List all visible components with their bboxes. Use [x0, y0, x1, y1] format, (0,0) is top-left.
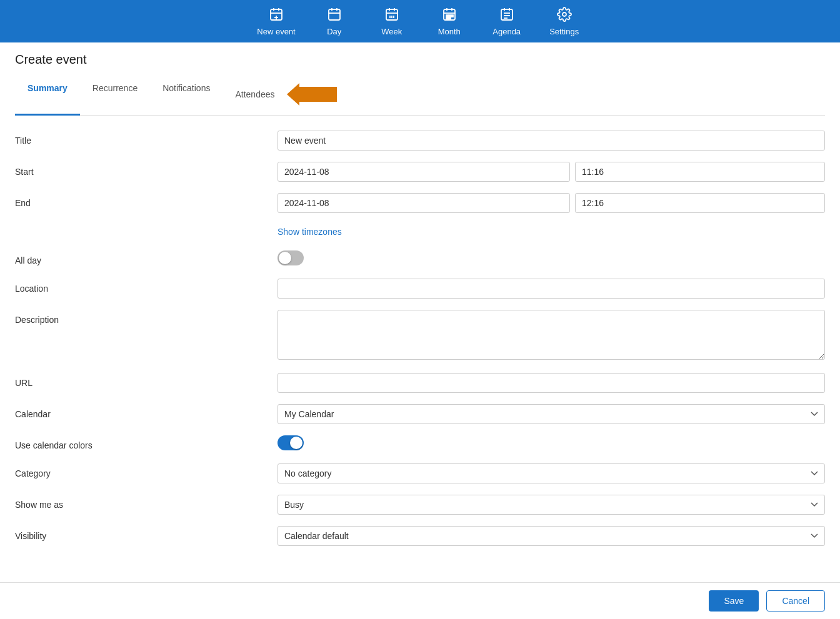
- show-me-as-field: Busy Free: [278, 495, 825, 515]
- category-field: No category Work Personal: [278, 463, 825, 483]
- visibility-label: Visibility: [15, 526, 278, 541]
- svg-rect-24: [446, 17, 448, 19]
- tab-attendees[interactable]: Attendees: [222, 77, 349, 116]
- category-row: Category No category Work Personal: [15, 463, 825, 483]
- category-select[interactable]: No category Work Personal: [278, 463, 825, 483]
- settings-icon: [557, 7, 572, 24]
- save-button[interactable]: Save: [709, 590, 759, 612]
- url-label: URL: [15, 373, 278, 388]
- nav-month[interactable]: Month: [431, 7, 468, 36]
- description-field: [278, 310, 825, 362]
- nav-agenda-label: Agenda: [492, 27, 521, 36]
- tab-bar: Summary Recurrence Notifications Attende…: [15, 77, 825, 116]
- all-day-toggle[interactable]: [278, 250, 304, 265]
- week-icon: [384, 7, 399, 24]
- calendar-row: Calendar My Calendar Other Calendar: [15, 404, 825, 424]
- end-time-input[interactable]: [575, 193, 825, 213]
- all-day-thumb: [279, 252, 291, 264]
- svg-rect-6: [329, 9, 340, 20]
- svg-rect-23: [451, 15, 453, 17]
- all-day-field: [278, 250, 825, 267]
- topbar: New event Day Week: [0, 0, 840, 42]
- new-event-icon: [269, 7, 284, 24]
- agenda-icon: [499, 7, 514, 24]
- calendar-colors-label: Use calendar colors: [15, 435, 278, 450]
- title-row: Title: [15, 131, 825, 151]
- nav-settings-label: Settings: [549, 27, 579, 36]
- location-row: Location: [15, 279, 825, 299]
- start-time-input[interactable]: [575, 162, 825, 182]
- nav-week-label: Week: [381, 27, 402, 36]
- url-input[interactable]: [278, 373, 825, 393]
- nav-agenda[interactable]: Agenda: [488, 7, 526, 36]
- calendar-colors-thumb: [290, 437, 302, 449]
- nav-day-label: Day: [327, 27, 341, 36]
- svg-rect-10: [386, 9, 398, 20]
- nav-new-event-label: New event: [257, 27, 295, 36]
- visibility-field: Calendar default Public Private: [278, 526, 825, 546]
- end-field: [278, 193, 825, 213]
- tab-notifications[interactable]: Notifications: [150, 77, 222, 116]
- visibility-row: Visibility Calendar default Public Priva…: [15, 526, 825, 546]
- category-label: Category: [15, 463, 278, 478]
- arrow-annotation: [287, 83, 337, 107]
- title-input[interactable]: [278, 131, 825, 151]
- calendar-colors-toggle[interactable]: [278, 435, 304, 450]
- location-label: Location: [15, 279, 278, 294]
- nav-month-label: Month: [438, 27, 461, 36]
- start-label: Start: [15, 162, 278, 177]
- day-icon: [327, 7, 342, 24]
- svg-rect-21: [446, 15, 448, 17]
- show-me-as-select[interactable]: Busy Free: [278, 495, 825, 515]
- start-datetime: [278, 162, 825, 182]
- description-label: Description: [15, 310, 278, 325]
- page-title: Create event: [15, 52, 825, 67]
- cancel-button[interactable]: Cancel: [766, 590, 825, 612]
- svg-rect-22: [449, 15, 451, 17]
- description-textarea[interactable]: [278, 310, 825, 360]
- show-timezones-button[interactable]: Show timezones: [278, 224, 342, 239]
- description-row: Description: [15, 310, 825, 362]
- start-row: Start: [15, 162, 825, 182]
- all-day-row: All day: [15, 250, 825, 267]
- calendar-select[interactable]: My Calendar Other Calendar: [278, 404, 825, 424]
- svg-rect-25: [449, 17, 451, 19]
- location-input[interactable]: [278, 279, 825, 299]
- url-row: URL: [15, 373, 825, 393]
- title-label: Title: [15, 131, 278, 146]
- nav-settings[interactable]: Settings: [546, 7, 583, 36]
- all-day-label: All day: [15, 250, 278, 265]
- title-field: [278, 131, 825, 151]
- timezones-row: Show timezones: [15, 224, 825, 239]
- calendar-colors-track: [278, 435, 304, 450]
- show-me-as-row: Show me as Busy Free: [15, 495, 825, 515]
- visibility-select[interactable]: Calendar default Public Private: [278, 526, 825, 546]
- nav-week[interactable]: Week: [373, 7, 411, 36]
- url-field: [278, 373, 825, 393]
- svg-marker-33: [287, 83, 337, 106]
- calendar-field: My Calendar Other Calendar: [278, 404, 825, 424]
- svg-point-32: [562, 12, 566, 16]
- end-datetime: [278, 193, 825, 213]
- calendar-colors-row: Use calendar colors: [15, 435, 825, 452]
- end-label: End: [15, 193, 278, 208]
- page-content: Create event Summary Recurrence Notifica…: [0, 42, 840, 617]
- event-form: Title Start End: [15, 131, 825, 607]
- start-field: [278, 162, 825, 182]
- all-day-track: [278, 250, 304, 265]
- start-date-input[interactable]: [278, 162, 570, 182]
- tab-summary[interactable]: Summary: [15, 77, 80, 116]
- calendar-colors-field: [278, 435, 825, 452]
- nav-new-event[interactable]: New event: [257, 7, 295, 36]
- footer: Save Cancel: [0, 582, 840, 619]
- calendar-label: Calendar: [15, 404, 278, 419]
- tab-recurrence[interactable]: Recurrence: [80, 77, 150, 116]
- month-icon: [442, 7, 457, 24]
- end-row: End: [15, 193, 825, 213]
- nav-day[interactable]: Day: [316, 7, 353, 36]
- show-me-as-label: Show me as: [15, 495, 278, 510]
- end-date-input[interactable]: [278, 193, 570, 213]
- location-field: [278, 279, 825, 299]
